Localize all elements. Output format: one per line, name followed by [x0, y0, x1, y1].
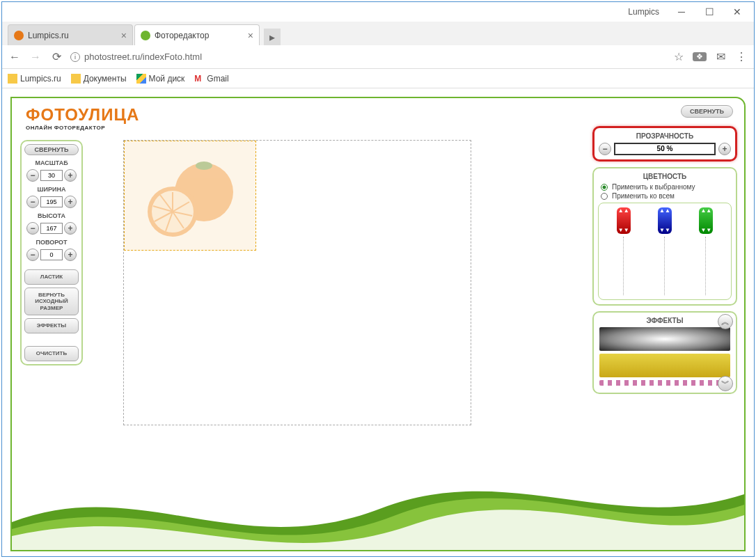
- folder-icon: [8, 74, 17, 84]
- rgb-sliders: ▲▲▼▼ ▲▲▼▼ ▲▲▼▼: [598, 203, 732, 300]
- tab-close-icon[interactable]: ×: [248, 30, 253, 41]
- effect-swatch[interactable]: [599, 354, 730, 377]
- scale-label: МАСШТАБ: [24, 159, 79, 166]
- tab-lumpics[interactable]: Lumpics.ru ×: [8, 24, 133, 45]
- drive-icon: [136, 74, 146, 84]
- favicon-icon: [14, 31, 24, 40]
- restore-size-button[interactable]: ВЕРНУТЬ ИСХОДНЫЙ РАЗМЕР: [24, 288, 79, 316]
- rotate-minus-button[interactable]: −: [26, 249, 39, 261]
- rotate-value[interactable]: 0: [40, 249, 63, 260]
- logo-title: ФОТОУЛИЦА: [26, 105, 139, 125]
- new-tab-button[interactable]: ▸: [264, 29, 281, 45]
- clear-button[interactable]: ОЧИСТИТЬ: [24, 346, 79, 361]
- opacity-plus-button[interactable]: +: [718, 143, 731, 155]
- app-frame: ФОТОУЛИЦА ОНЛАЙН ФОТОРЕДАКТОР СВЕРНУТЬ М…: [10, 97, 746, 551]
- red-slider[interactable]: ▲▲▼▼: [617, 207, 631, 234]
- blue-slider[interactable]: ▲▲▼▼: [658, 207, 672, 234]
- rotate-plus-button[interactable]: +: [64, 249, 77, 261]
- collapse-right-button[interactable]: СВЕРНУТЬ: [681, 105, 733, 118]
- logo-subtitle: ОНЛАЙН ФОТОРЕДАКТОР: [26, 125, 139, 131]
- tab-photoeditor[interactable]: Фоторедактор ×: [134, 24, 260, 45]
- reload-icon[interactable]: ⟳: [49, 50, 63, 63]
- width-label: ШИРИНА: [24, 186, 79, 193]
- opacity-value[interactable]: 50 %: [614, 143, 716, 155]
- opacity-label: ПРОЗРАЧНОСТЬ: [599, 132, 731, 140]
- bookmark-lumpics[interactable]: Lumpics.ru: [8, 74, 61, 84]
- collapse-left-button[interactable]: СВЕРНУТЬ: [24, 144, 79, 155]
- apply-all-radio[interactable]: Применить ко всем: [601, 192, 729, 200]
- width-value[interactable]: 195: [40, 196, 63, 207]
- opacity-minus-button[interactable]: −: [599, 143, 611, 155]
- menu-icon[interactable]: ⋮: [734, 50, 748, 63]
- radio-icon: [601, 184, 608, 191]
- color-label: ЦВЕТНОСТЬ: [598, 173, 732, 180]
- width-plus-button[interactable]: +: [64, 196, 77, 208]
- back-icon[interactable]: ←: [8, 51, 22, 63]
- color-panel: ЦВЕТНОСТЬ Применить к выбранному Примени…: [592, 167, 737, 306]
- slider-track: [623, 237, 624, 295]
- left-toolbar: СВЕРНУТЬ МАСШТАБ − 30 + ШИРИНА − 195 + В…: [20, 140, 83, 365]
- address-bar[interactable]: i photostreet.ru/indexFoto.html: [70, 52, 665, 62]
- height-label: ВЫСОТА: [24, 212, 79, 219]
- bookmark-gmail[interactable]: MGmail: [194, 74, 228, 84]
- bookmark-documents[interactable]: Документы: [71, 74, 127, 84]
- radio-label: Применить к выбранному: [612, 183, 695, 191]
- effects-button[interactable]: ЭФФЕКТЫ: [24, 318, 79, 333]
- address-bar-row: ← → ⟳ i photostreet.ru/indexFoto.html ☆ …: [2, 45, 754, 69]
- shield-icon[interactable]: ❖: [693, 52, 707, 61]
- tab-label: Lumpics.ru: [28, 31, 69, 40]
- bookmark-drive[interactable]: Мой диск: [136, 74, 185, 84]
- svg-point-1: [196, 162, 212, 170]
- scale-value[interactable]: 30: [40, 170, 63, 181]
- effects-scroll-down-button[interactable]: ︾: [718, 376, 733, 391]
- minimize-button[interactable]: ─: [668, 3, 695, 20]
- apply-selected-radio[interactable]: Применить к выбранному: [601, 183, 729, 191]
- scale-plus-button[interactable]: +: [64, 169, 77, 182]
- app-logo: ФОТОУЛИЦА ОНЛАЙН ФОТОРЕДАКТОР: [26, 105, 139, 131]
- mail-icon[interactable]: ✉: [714, 50, 727, 63]
- orange-image-icon: [138, 150, 242, 241]
- slider-track: [705, 237, 707, 295]
- height-plus-button[interactable]: +: [64, 222, 77, 235]
- slider-track: [664, 237, 666, 295]
- star-icon[interactable]: ☆: [672, 50, 686, 63]
- eraser-button[interactable]: ЛАСТИК: [24, 269, 79, 285]
- url-text: photostreet.ru/indexFoto.html: [84, 52, 202, 62]
- selected-layer[interactable]: [124, 141, 256, 251]
- gmail-icon: M: [194, 74, 204, 84]
- tab-label: Фоторедактор: [155, 31, 209, 40]
- window-titlebar: Lumpics ─ ☐ ✕: [2, 2, 754, 22]
- height-minus-button[interactable]: −: [26, 222, 39, 235]
- rotate-label: ПОВОРОТ: [24, 239, 79, 246]
- height-value[interactable]: 167: [40, 223, 63, 234]
- forward-icon[interactable]: →: [29, 51, 42, 63]
- effect-swatch[interactable]: [599, 327, 730, 351]
- maximize-button[interactable]: ☐: [695, 3, 723, 20]
- effect-swatch[interactable]: [599, 380, 730, 386]
- bookmarks-bar: Lumpics.ru Документы Мой диск MGmail: [2, 69, 754, 88]
- green-slider[interactable]: ▲▲▼▼: [699, 207, 713, 234]
- close-button[interactable]: ✕: [723, 3, 751, 20]
- window-title: Lumpics: [628, 7, 659, 17]
- radio-icon: [601, 193, 608, 200]
- radio-label: Применить ко всем: [612, 192, 675, 200]
- browser-tabs: Lumpics.ru × Фоторедактор × ▸: [2, 22, 754, 45]
- wave-decoration: [12, 466, 744, 550]
- opacity-panel: ПРОЗРАЧНОСТЬ − 50 % +: [592, 126, 737, 162]
- width-minus-button[interactable]: −: [26, 196, 39, 208]
- folder-icon: [71, 74, 81, 84]
- scale-minus-button[interactable]: −: [26, 169, 39, 182]
- effects-panel: ЭФФЕКТЫ ︽ ︾: [592, 311, 737, 394]
- favicon-icon: [141, 31, 150, 40]
- site-info-icon[interactable]: i: [70, 52, 80, 62]
- canvas[interactable]: [123, 140, 471, 425]
- effects-label: ЭФФЕКТЫ: [598, 317, 732, 324]
- tab-close-icon[interactable]: ×: [121, 30, 127, 41]
- right-panels: ПРОЗРАЧНОСТЬ − 50 % + ЦВЕТНОСТЬ Применит…: [592, 126, 737, 394]
- effects-scroll-up-button[interactable]: ︽: [718, 314, 733, 329]
